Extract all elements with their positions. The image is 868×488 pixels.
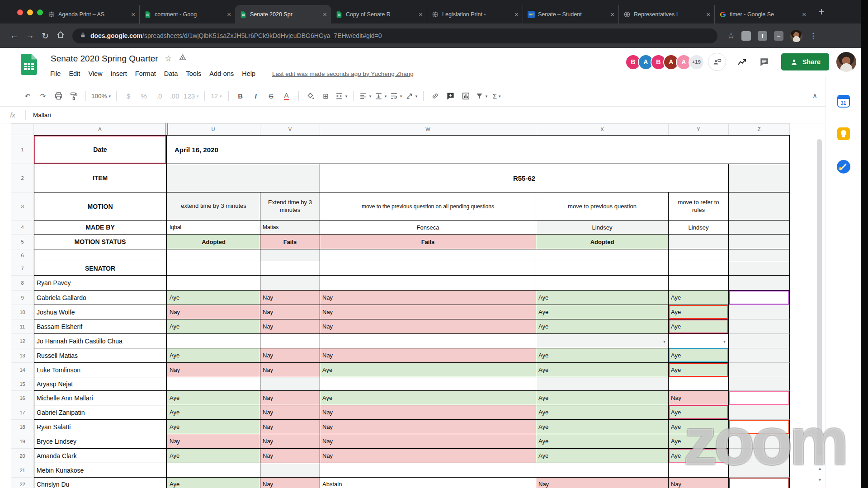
dots-extension-icon[interactable]: ••• — [774, 31, 783, 41]
add-to-drive-icon[interactable] — [179, 53, 187, 64]
font-size-select[interactable]: 12▾ — [210, 89, 223, 103]
tab-close-icon[interactable]: × — [226, 10, 232, 18]
cell-U9[interactable]: Aye — [166, 291, 260, 305]
dropdown-caret-icon[interactable]: ▾ — [723, 338, 726, 343]
cell-W16[interactable]: Aye — [320, 391, 536, 405]
cell-W4[interactable]: Fonseca — [320, 221, 536, 235]
cell-U6[interactable] — [166, 249, 260, 261]
present-to-meeting-icon[interactable] — [708, 53, 726, 71]
cell-V13[interactable]: Nay — [260, 348, 320, 363]
cell-U11[interactable]: Aye — [166, 319, 260, 334]
cell-U17[interactable]: Aye — [166, 405, 260, 420]
cell-U12[interactable] — [166, 334, 260, 348]
cell-A22[interactable]: Chrislyn Du — [34, 478, 166, 488]
cell-W17[interactable]: Nay — [320, 405, 536, 420]
last-edit-link[interactable]: Last edit was made seconds ago by Yuchen… — [272, 70, 414, 77]
browser-tab[interactable]: Agenda Print – AS× — [43, 5, 139, 23]
cell-Y13[interactable]: Aye — [669, 348, 729, 363]
cell-X11[interactable]: Aye — [536, 319, 669, 334]
cell-X9[interactable]: Aye — [536, 291, 669, 305]
cell-X17[interactable]: Aye — [536, 405, 669, 420]
cell-W21[interactable] — [320, 463, 536, 478]
borders-button[interactable]: ⊞ — [320, 89, 332, 103]
cell-Z11[interactable] — [729, 319, 790, 334]
italic-button[interactable]: I — [250, 89, 262, 103]
cell-V15[interactable] — [260, 377, 320, 391]
insert-comment-button[interactable] — [444, 89, 457, 103]
insert-chart-button[interactable] — [460, 89, 472, 103]
cell-X19[interactable]: Aye — [536, 434, 669, 449]
cell-U3[interactable]: extend time by 3 minutes — [166, 192, 260, 221]
cell-A11[interactable]: Bassam Elsherif — [34, 319, 166, 334]
cell-X15[interactable] — [536, 377, 669, 391]
print-button[interactable] — [52, 89, 65, 103]
row-header[interactable]: 2 — [11, 164, 34, 192]
cell-A7[interactable]: SENATOR — [34, 261, 166, 276]
address-bar[interactable]: docs.google.com/spreadsheets/d/1wjQibK51… — [72, 28, 717, 43]
cell-Y14[interactable]: Aye — [669, 363, 729, 377]
menu-data[interactable]: Data — [160, 69, 182, 79]
browser-tab[interactable]: comment - Goog× — [139, 5, 235, 23]
row-header[interactable]: 18 — [11, 420, 34, 434]
extension-icon-1[interactable] — [741, 31, 751, 41]
cell-W8[interactable] — [320, 276, 536, 291]
browser-tab[interactable]: Senate 2020 Spr× — [235, 5, 331, 23]
browser-profile-avatar[interactable] — [790, 30, 802, 42]
cell-U22[interactable]: Aye — [166, 478, 260, 488]
vertical-align-button[interactable]: ▾ — [374, 89, 387, 103]
cell-X18[interactable]: Aye — [536, 420, 669, 434]
browser-tab[interactable]: uciSenate – Student× — [523, 5, 618, 23]
column-header-X[interactable]: X — [536, 123, 669, 135]
cell-X5[interactable]: Adopted — [536, 235, 669, 249]
cell-W3[interactable]: move to the previous question on all pen… — [320, 192, 536, 221]
cell-W12[interactable] — [320, 334, 536, 348]
cell-V4[interactable]: Matias — [260, 221, 320, 235]
cell-V22[interactable]: Nay — [260, 478, 320, 488]
menu-edit[interactable]: Edit — [65, 69, 84, 79]
dropdown-caret-icon[interactable]: ▾ — [663, 338, 665, 343]
horizontal-align-button[interactable]: ▾ — [359, 89, 372, 103]
undo-button[interactable]: ↶ — [21, 89, 34, 103]
row-header[interactable]: 9 — [11, 291, 34, 305]
cell-Z4[interactable] — [729, 221, 790, 235]
cell-U2[interactable] — [166, 164, 320, 192]
fill-color-button[interactable] — [304, 89, 317, 103]
cell-X16[interactable]: Aye — [536, 391, 669, 405]
forward-icon[interactable]: → — [26, 31, 34, 41]
menu-add-ons[interactable]: Add-ons — [205, 69, 238, 79]
cell-W13[interactable]: Nay — [320, 348, 536, 363]
tab-close-icon[interactable]: × — [321, 10, 328, 18]
paint-format-button[interactable] — [67, 89, 80, 103]
row-header[interactable]: 4 — [11, 221, 34, 235]
cell-A16[interactable]: Michelle Ann Mallari — [34, 391, 166, 405]
cell-V11[interactable]: Nay — [260, 319, 320, 334]
cell-A6[interactable] — [34, 249, 166, 261]
row-header[interactable]: 1 — [11, 135, 34, 164]
column-header-Y[interactable]: Y — [669, 123, 729, 135]
cell-A19[interactable]: Bryce Lindsey — [34, 434, 166, 449]
cell-V16[interactable]: Nay — [260, 391, 320, 405]
browser-tab[interactable]: Legislation Print -× — [427, 5, 523, 23]
column-header-U[interactable]: U — [166, 123, 260, 135]
cell-U4[interactable]: Iqbal — [166, 221, 260, 235]
cell-X7[interactable] — [536, 261, 669, 276]
cell-A21[interactable]: Mebin Kuriakose — [34, 463, 166, 478]
cell-W11[interactable]: Nay — [320, 319, 536, 334]
cell-X10[interactable]: Aye — [536, 305, 669, 319]
cell-X13[interactable]: Aye — [536, 348, 669, 363]
cell-X14[interactable]: Aye — [536, 363, 669, 377]
cell-Y3[interactable]: move to refer to rules — [669, 192, 729, 221]
cell-Z13[interactable] — [729, 348, 790, 363]
cell-A3[interactable]: MOTION — [34, 192, 166, 221]
cell-V6[interactable] — [260, 249, 320, 261]
sheets-logo-icon[interactable] — [21, 54, 37, 75]
cell-U14[interactable]: Nay — [166, 363, 260, 377]
cell-Y9[interactable]: Aye — [669, 291, 729, 305]
browser-menu-icon[interactable]: ⋮ — [809, 31, 817, 41]
cell-W5[interactable]: Fails — [320, 235, 536, 249]
cell-Z5[interactable] — [729, 235, 790, 249]
row-header[interactable]: 20 — [11, 449, 34, 463]
cell-A1[interactable]: Date — [34, 135, 166, 164]
cell-V14[interactable]: Nay — [260, 363, 320, 377]
cell-Y15[interactable] — [669, 377, 729, 391]
